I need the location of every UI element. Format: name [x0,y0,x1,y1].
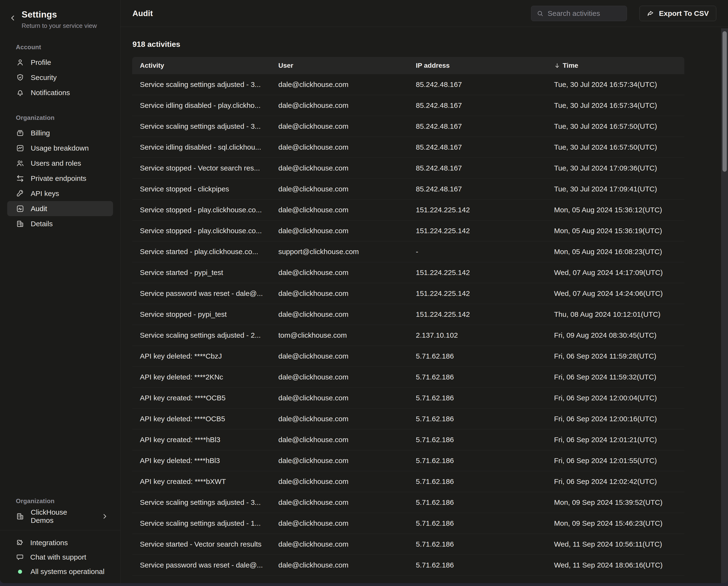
building-icon [16,512,24,521]
time-cell: Fri, 06 Sep 2024 12:00:04(UTC) [554,394,684,402]
chat-bubble-icon [16,553,24,561]
sidebar-item-label: Profile [31,58,51,67]
key-icon [16,189,24,198]
vertical-scrollbar-thumb[interactable] [723,31,727,172]
user-cell: dale@clickhouse.com [278,143,416,151]
back-button[interactable] [8,14,18,23]
user-cell: tom@clickhouse.com [278,331,416,339]
time-cell: Mon, 09 Sep 2024 15:46:23(UTC) [554,519,684,528]
sidebar-item-audit[interactable]: Audit [7,201,113,216]
time-cell: Mon, 05 Aug 2024 15:36:19(UTC) [554,227,684,235]
search-input[interactable] [548,9,621,18]
sidebar-item-label: API keys [31,190,59,198]
user-cell: dale@clickhouse.com [278,289,416,298]
time-cell: Tue, 30 Jul 2024 17:09:36(UTC) [554,164,684,172]
table-body: Service scaling settings adjusted - 3...… [132,74,684,583]
export-button-label: Export To CSV [659,9,709,18]
activity-cell: Service scaling settings adjusted - 1... [140,519,278,528]
ip-cell: 5.71.62.186 [416,519,554,528]
user-icon [16,58,24,67]
time-cell: Thu, 12 Sep 2024 08:42:44(UTC) [554,582,684,583]
table-row: Service stopped - pypi_testdale@clickhou… [132,304,684,325]
chevron-right-icon [101,513,108,520]
ip-cell: 5.71.62.186 [416,394,554,402]
status-dot-icon [18,570,22,574]
ip-cell: 85.242.48.167 [416,122,554,130]
time-cell: Wed, 07 Aug 2024 14:24:06(UTC) [554,289,684,298]
table-row: API key created: ****hBl3dale@clickhouse… [132,430,684,450]
sidebar-item-label: ClickHouse Demos [31,508,88,524]
table-row: Service scaling settings adjusted - 2...… [132,325,684,346]
system-status-link[interactable]: All systems operational [0,564,120,579]
sidebar-item-security[interactable]: Security [7,70,113,85]
sidebar-subtitle: Return to your service view [22,22,113,29]
sidebar-item-notifications[interactable]: Notifications [7,85,113,100]
sidebar-item-clickhouse-demos[interactable]: ClickHouse Demos [7,509,113,524]
ip-cell: 5.71.62.186 [416,436,554,444]
sidebar-item-users-and-roles[interactable]: Users and roles [7,156,113,171]
user-cell: dale@clickhouse.com [278,80,416,89]
sidebar-nav: AccountProfileSecurityNotificationsOrgan… [0,44,120,231]
activity-cell: API key created: ****OCB5 [140,394,278,402]
table-row: Service stopped - observability-demodale… [132,576,684,583]
time-cell: Mon, 05 Aug 2024 15:36:12(UTC) [554,206,684,214]
sidebar-item-api-keys[interactable]: API keys [7,186,113,201]
building-icon [16,220,24,228]
user-cell: dale@clickhouse.com [278,310,416,318]
user-cell: dale@clickhouse.com [278,101,416,109]
table-row: Service password was reset - dale@...dal… [132,555,684,576]
time-cell: Fri, 06 Sep 2024 12:00:16(UTC) [554,415,684,423]
sidebar-item-private-endpoints[interactable]: Private endpoints [7,171,113,186]
chevron-left-icon [9,19,17,22]
ip-cell: 85.242.48.167 [416,185,554,193]
table-row: Service idling disabled - play.clickho..… [132,95,684,116]
billing-icon [16,129,24,137]
activity-cell: API key created: ****bXWT [140,478,278,486]
sidebar-title: Settings [22,9,113,20]
table-header-row: Activity User IP address Time [132,57,684,74]
time-cell: Tue, 30 Jul 2024 16:57:50(UTC) [554,143,684,151]
topbar: Audit Export To CSV [121,0,728,27]
time-cell: Fri, 06 Sep 2024 11:59:32(UTC) [554,373,684,381]
sidebar-divider [0,530,120,530]
user-cell: dale@clickhouse.com [278,394,416,402]
activity-cell: Service scaling settings adjusted - 3... [140,122,278,130]
activity-cell: Service stopped - pypi_test [140,310,278,318]
table-row: Service password was reset - dale@...dal… [132,283,684,304]
activity-cell: Service stopped - play.clickhouse.co... [140,227,278,235]
audit-activity-icon [16,204,24,213]
sidebar-item-profile[interactable]: Profile [7,55,113,70]
activity-cell: Service stopped - clickpipes [140,185,278,193]
puzzle-icon [16,539,24,547]
activities-count: 918 activities [132,40,728,49]
sidebar-item-usage-breakdown[interactable]: Usage breakdown [7,141,113,156]
user-cell: dale@clickhouse.com [278,582,416,583]
sidebar-item-chat-with-support[interactable]: Chat with support [0,550,120,564]
table-row: API key created: ****bXWTdale@clickhouse… [132,471,684,492]
column-header-time-sort[interactable]: Time [554,62,684,69]
vertical-scrollbar-track[interactable] [721,28,728,583]
activity-cell: API key deleted: ****CbzJ [140,352,278,360]
activity-cell: Service stopped - Vector search res... [140,164,278,172]
sidebar-item-integrations[interactable]: Integrations [0,536,120,550]
activity-cell: API key deleted: ****2KNc [140,373,278,381]
table-row: Service stopped - play.clickhouse.co...d… [132,220,684,241]
sidebar-item-details[interactable]: Details [7,216,113,231]
user-cell: support@clickhouse.com [278,248,416,256]
table-row: Service scaling settings adjusted - 3...… [132,116,684,137]
table-row: API key deleted: ****2KNcdale@clickhouse… [132,367,684,388]
search-box[interactable] [531,6,627,21]
export-arrow-icon [647,9,655,17]
time-cell: Mon, 09 Sep 2024 15:39:52(UTC) [554,498,684,507]
activity-cell: Service started - pypi_test [140,269,278,277]
ip-cell: 151.224.225.142 [416,269,554,277]
section-label: Organization [16,114,120,122]
table-row: Service started - play.clickhouse.co...s… [132,241,684,262]
page-title: Audit [132,9,153,18]
export-to-csv-button[interactable]: Export To CSV [640,6,716,21]
sidebar-item-billing[interactable]: Billing [7,125,113,141]
activity-cell: Service scaling settings adjusted - 3... [140,80,278,89]
column-header-activity: Activity [140,62,278,69]
section-label: Account [16,44,120,51]
user-cell: dale@clickhouse.com [278,457,416,465]
